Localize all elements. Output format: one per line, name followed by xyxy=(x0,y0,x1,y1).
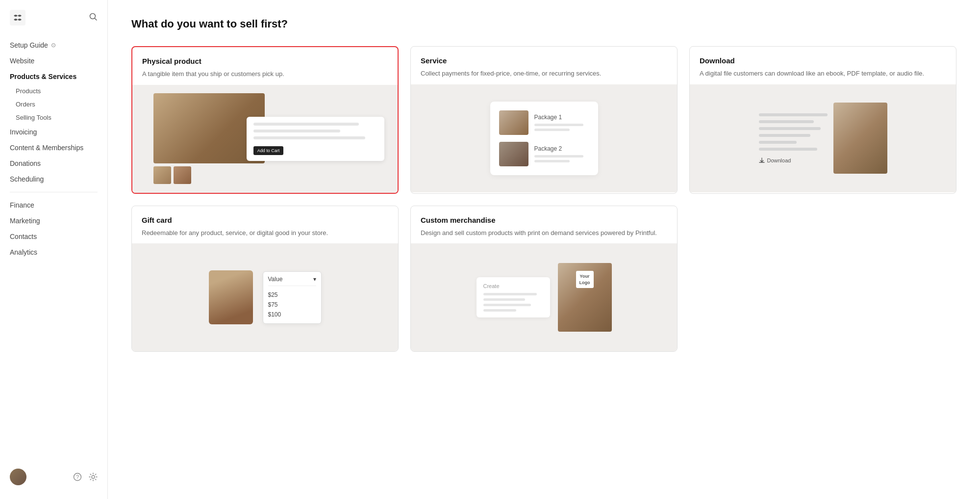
giftcard-desc: Redeemable for any product, service, or … xyxy=(142,228,388,238)
merch-desc: Design and sell custom products with pri… xyxy=(421,228,667,238)
scheduling-label: Scheduling xyxy=(10,175,44,183)
search-icon[interactable] xyxy=(89,12,98,24)
giftcard-chevron-icon: ▾ xyxy=(313,276,316,283)
merch-preview: Create YourLogo xyxy=(411,243,677,351)
sidebar-item-donations[interactable]: Donations xyxy=(0,156,107,171)
page-title: What do you want to sell first? xyxy=(131,18,956,30)
finance-label: Finance xyxy=(10,201,34,209)
svg-line-2 xyxy=(95,18,97,20)
merch-mockup-card: Create xyxy=(477,277,550,317)
analytics-label: Analytics xyxy=(10,248,37,256)
sidebar-top xyxy=(0,10,107,37)
products-label: Products xyxy=(16,87,41,95)
content-memberships-label: Content & Memberships xyxy=(10,144,83,152)
squarespace-logo[interactable] xyxy=(10,10,25,26)
sidebar-item-website[interactable]: Website xyxy=(0,53,107,69)
svg-point-1 xyxy=(90,13,96,19)
download-btn-label: Download xyxy=(767,158,791,163)
giftcard-value-label: Value xyxy=(268,276,283,283)
service-preview-inner: Package 1 Package 2 xyxy=(411,84,677,192)
product-card-physical[interactable]: Physical product A tangible item that yo… xyxy=(131,46,399,194)
merch-fabric-image: YourLogo xyxy=(558,263,612,332)
selling-tools-label: Selling Tools xyxy=(16,114,51,121)
physical-preview: Add to Cart xyxy=(132,85,398,193)
giftcard-preview-inner: Value ▾ $25 $75 $100 xyxy=(132,243,398,351)
download-preview-inner: Download xyxy=(690,84,956,192)
download-image xyxy=(833,103,887,174)
merch-card-header: Custom merchandise Design and sell custo… xyxy=(411,206,677,244)
service-packages-card: Package 1 Package 2 xyxy=(490,102,598,175)
download-lines-block: Download xyxy=(759,113,828,163)
download-btn-row: Download xyxy=(759,158,828,163)
sidebar-item-orders[interactable]: Orders xyxy=(0,98,107,111)
download-desc: A digital file customers can download li… xyxy=(700,69,946,79)
sidebar-navigation: Setup Guide ⊙ Website Products & Service… xyxy=(0,37,107,463)
giftcard-image xyxy=(209,270,253,324)
orders-label: Orders xyxy=(16,101,35,108)
donations-label: Donations xyxy=(10,159,41,167)
invoicing-label: Invoicing xyxy=(10,128,37,136)
setup-guide-label: Setup Guide xyxy=(10,41,48,49)
giftcard-option-25: $25 xyxy=(268,290,316,300)
download-preview: Download xyxy=(690,84,956,192)
service-pkg2-label: Package 2 xyxy=(534,145,589,152)
main-content: What do you want to sell first? Physical… xyxy=(108,0,980,499)
sidebar-item-selling-tools[interactable]: Selling Tools xyxy=(0,111,107,124)
sidebar-item-contacts[interactable]: Contacts xyxy=(0,229,107,244)
svg-point-5 xyxy=(92,475,95,478)
physical-title: Physical product xyxy=(142,57,388,65)
sidebar-item-content-memberships[interactable]: Content & Memberships xyxy=(0,140,107,156)
add-to-cart-btn: Add to Cart xyxy=(253,146,284,155)
physical-preview-inner: Add to Cart xyxy=(132,85,398,193)
sidebar-item-invoicing[interactable]: Invoicing xyxy=(0,124,107,140)
merch-preview-inner: Create YourLogo xyxy=(411,243,677,351)
website-label: Website xyxy=(10,57,34,65)
settings-icon[interactable] xyxy=(89,473,98,481)
marketing-label: Marketing xyxy=(10,217,40,225)
help-icon[interactable]: ? xyxy=(73,473,82,481)
sidebar-item-analytics[interactable]: Analytics xyxy=(0,244,107,260)
giftcard-option-75: $75 xyxy=(268,300,316,310)
products-services-label: Products & Services xyxy=(10,73,76,80)
setup-guide-icon: ⊙ xyxy=(51,42,56,49)
giftcard-dropdown: Value ▾ $25 $75 $100 xyxy=(263,271,322,324)
sidebar-item-finance[interactable]: Finance xyxy=(0,197,107,213)
service-card-header: Service Collect payments for fixed-price… xyxy=(411,47,677,84)
product-card-merch[interactable]: Custom merchandise Design and sell custo… xyxy=(410,206,678,352)
product-grid: Physical product A tangible item that yo… xyxy=(131,46,956,352)
sidebar-item-marketing[interactable]: Marketing xyxy=(0,213,107,229)
sidebar-item-setup-guide[interactable]: Setup Guide ⊙ xyxy=(0,37,107,53)
svg-text:?: ? xyxy=(76,474,79,480)
sidebar-item-scheduling[interactable]: Scheduling xyxy=(0,171,107,187)
merch-title: Custom merchandise xyxy=(421,216,667,224)
service-pkg-2: Package 2 xyxy=(499,142,589,166)
service-pkg-1: Package 1 xyxy=(499,110,589,135)
svg-rect-0 xyxy=(10,10,25,26)
download-title: Download xyxy=(700,56,946,65)
nav-divider xyxy=(10,192,98,192)
product-card-download[interactable]: Download A digital file customers can do… xyxy=(689,46,956,194)
download-card-header: Download A digital file customers can do… xyxy=(690,47,956,84)
service-title: Service xyxy=(421,56,667,65)
product-card-giftcard[interactable]: Gift card Redeemable for any product, se… xyxy=(131,206,399,352)
sidebar-bottom-icons: ? xyxy=(73,473,98,481)
physical-desc: A tangible item that you ship or custome… xyxy=(142,69,388,79)
service-preview: Package 1 Package 2 xyxy=(411,84,677,192)
sidebar-item-products[interactable]: Products xyxy=(0,84,107,98)
giftcard-option-100: $100 xyxy=(268,310,316,319)
sidebar: Setup Guide ⊙ Website Products & Service… xyxy=(0,0,108,499)
service-pkg1-label: Package 1 xyxy=(534,114,589,121)
merch-create-label: Create xyxy=(483,283,543,289)
giftcard-preview: Value ▾ $25 $75 $100 xyxy=(132,243,398,351)
giftcard-title: Gift card xyxy=(142,216,388,224)
giftcard-dropdown-header: Value ▾ xyxy=(268,276,316,286)
product-card-service[interactable]: Service Collect payments for fixed-price… xyxy=(410,46,678,194)
user-avatar[interactable] xyxy=(10,469,26,485)
merch-logo-badge: YourLogo xyxy=(576,271,594,288)
service-desc: Collect payments for fixed-price, one-ti… xyxy=(421,69,667,79)
physical-card-header: Physical product A tangible item that yo… xyxy=(132,47,398,85)
contacts-label: Contacts xyxy=(10,233,37,240)
giftcard-card-header: Gift card Redeemable for any product, se… xyxy=(132,206,398,244)
sidebar-item-products-services[interactable]: Products & Services xyxy=(0,69,107,84)
sidebar-bottom: ? xyxy=(0,463,107,491)
